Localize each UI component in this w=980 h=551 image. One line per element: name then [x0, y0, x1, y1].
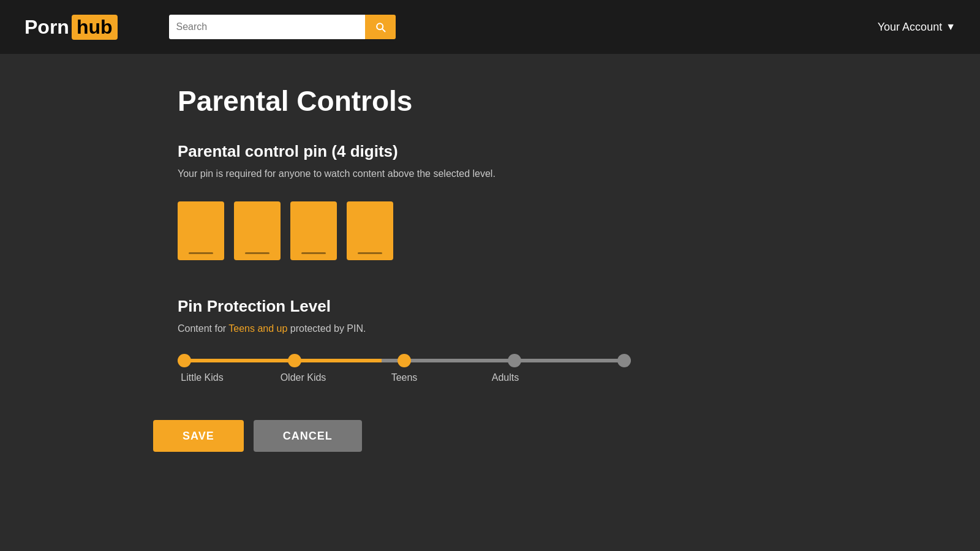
search-container	[169, 15, 396, 39]
pin-underline-4	[358, 252, 382, 254]
slider-dot-all	[617, 354, 631, 367]
slider-label-teens: Teens	[380, 372, 429, 383]
slider-label-adults: Adults	[481, 372, 530, 383]
description-highlight: Teens and up	[228, 323, 287, 334]
page-title: Parental Controls	[178, 84, 980, 118]
pin-underline-2	[245, 252, 270, 254]
logo-porn-text: Porn	[24, 16, 69, 39]
main-content: Parental Controls Parental control pin (…	[0, 54, 980, 482]
protection-section: Pin Protection Level Content for Teens a…	[178, 297, 980, 383]
slider-container[interactable]	[178, 359, 631, 362]
slider-label-little-kids: Little Kids	[178, 372, 227, 383]
search-button[interactable]	[365, 15, 396, 39]
account-menu[interactable]: Your Account ▼	[878, 21, 956, 34]
pin-input-container	[178, 201, 980, 260]
logo-hub-box: hub	[72, 15, 118, 40]
protection-heading: Pin Protection Level	[178, 297, 980, 316]
logo-hub-text: hub	[77, 16, 113, 38]
slider-track	[178, 359, 631, 362]
pin-heading: Parental control pin (4 digits)	[178, 142, 980, 161]
save-button[interactable]: SAVE	[153, 420, 244, 452]
protection-description: Content for Teens and up protected by PI…	[178, 323, 980, 334]
pin-section: Parental control pin (4 digits) Your pin…	[178, 142, 980, 260]
site-header: Porn hub Your Account ▼	[0, 0, 980, 54]
logo[interactable]: Porn hub	[24, 15, 118, 40]
pin-description: Your pin is required for anyone to watch…	[178, 168, 980, 179]
slider-dot-little-kids	[178, 354, 191, 367]
slider-dot-teens	[398, 354, 411, 367]
pin-underline-3	[301, 252, 326, 254]
search-icon	[374, 21, 386, 33]
search-input[interactable]	[169, 15, 365, 39]
slider-label-older-kids: Older Kids	[279, 372, 328, 383]
description-prefix: Content for	[178, 323, 228, 334]
chevron-down-icon: ▼	[946, 21, 956, 32]
slider-labels: Little Kids Older Kids Teens Adults	[178, 372, 631, 383]
action-buttons: SAVE CANCEL	[153, 420, 980, 452]
pin-box-3[interactable]	[290, 201, 337, 260]
cancel-button[interactable]: CANCEL	[254, 420, 362, 452]
pin-underline-1	[189, 252, 213, 254]
account-label: Your Account	[878, 21, 942, 34]
description-suffix: protected by PIN.	[287, 323, 366, 334]
slider-dots	[178, 354, 631, 367]
slider-label-all	[582, 372, 631, 383]
slider-dot-adults	[508, 354, 521, 367]
pin-box-2[interactable]	[234, 201, 281, 260]
slider-dot-older-kids	[288, 354, 301, 367]
pin-box-4[interactable]	[347, 201, 393, 260]
pin-box-1[interactable]	[178, 201, 224, 260]
